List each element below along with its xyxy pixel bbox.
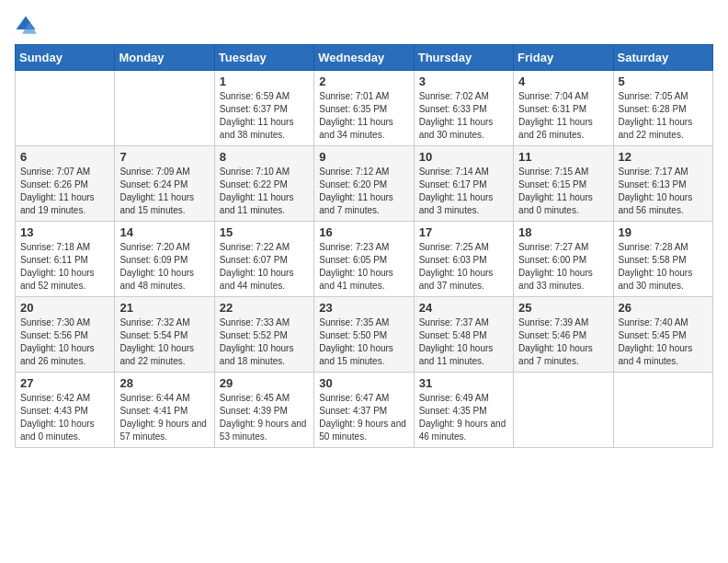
day-cell: 28Sunrise: 6:44 AMSunset: 4:41 PMDayligh… — [115, 373, 214, 448]
day-info: Sunrise: 7:02 AMSunset: 6:33 PMDaylight:… — [419, 90, 508, 142]
day-cell: 25Sunrise: 7:39 AMSunset: 5:46 PMDayligh… — [514, 297, 613, 373]
logo-icon — [15, 15, 37, 37]
day-info: Sunrise: 7:33 AMSunset: 5:52 PMDaylight:… — [220, 316, 309, 368]
day-number: 13 — [20, 225, 109, 239]
day-info: Sunrise: 7:14 AMSunset: 6:17 PMDaylight:… — [419, 166, 508, 217]
day-number: 10 — [419, 150, 508, 164]
day-info: Sunrise: 6:49 AMSunset: 4:35 PMDaylight:… — [419, 392, 508, 443]
day-info: Sunrise: 7:30 AMSunset: 5:56 PMDaylight:… — [20, 316, 109, 368]
day-info: Sunrise: 7:10 AMSunset: 6:22 PMDaylight:… — [220, 166, 309, 217]
day-number: 30 — [319, 376, 408, 390]
weekday-header-thursday: Thursday — [414, 45, 513, 71]
day-number: 25 — [518, 301, 608, 315]
day-info: Sunrise: 7:01 AMSunset: 6:35 PMDaylight:… — [319, 90, 408, 142]
day-number: 17 — [419, 225, 508, 239]
day-number: 16 — [319, 225, 408, 239]
day-number: 26 — [619, 301, 708, 315]
day-number: 28 — [119, 376, 209, 390]
logo — [15, 15, 40, 37]
day-number: 15 — [220, 225, 309, 239]
day-number: 12 — [619, 150, 708, 164]
day-cell — [613, 373, 712, 448]
day-number: 1 — [220, 75, 309, 88]
day-info: Sunrise: 7:18 AMSunset: 6:11 PMDaylight:… — [20, 241, 109, 293]
day-info: Sunrise: 7:15 AMSunset: 6:15 PMDaylight:… — [518, 166, 608, 217]
page-header — [15, 15, 713, 37]
day-info: Sunrise: 7:23 AMSunset: 6:05 PMDaylight:… — [319, 241, 408, 293]
day-cell: 8Sunrise: 7:10 AMSunset: 6:22 PMDaylight… — [214, 146, 313, 222]
week-row-5: 27Sunrise: 6:42 AMSunset: 4:43 PMDayligh… — [16, 373, 713, 448]
day-number: 27 — [20, 376, 109, 390]
day-info: Sunrise: 7:39 AMSunset: 5:46 PMDaylight:… — [518, 316, 608, 368]
day-info: Sunrise: 7:12 AMSunset: 6:20 PMDaylight:… — [319, 166, 408, 217]
day-cell: 10Sunrise: 7:14 AMSunset: 6:17 PMDayligh… — [414, 146, 513, 222]
day-cell: 6Sunrise: 7:07 AMSunset: 6:26 PMDaylight… — [16, 146, 115, 222]
day-number: 22 — [220, 301, 309, 315]
day-cell: 29Sunrise: 6:45 AMSunset: 4:39 PMDayligh… — [214, 373, 313, 448]
day-info: Sunrise: 7:32 AMSunset: 5:54 PMDaylight:… — [119, 316, 209, 368]
weekday-header-sunday: Sunday — [16, 45, 115, 71]
day-cell: 2Sunrise: 7:01 AMSunset: 6:35 PMDaylight… — [314, 71, 414, 146]
day-cell: 31Sunrise: 6:49 AMSunset: 4:35 PMDayligh… — [414, 373, 513, 448]
day-cell — [514, 373, 613, 448]
day-number: 6 — [20, 150, 109, 164]
day-cell: 23Sunrise: 7:35 AMSunset: 5:50 PMDayligh… — [314, 297, 414, 373]
day-cell: 7Sunrise: 7:09 AMSunset: 6:24 PMDaylight… — [115, 146, 214, 222]
day-cell: 15Sunrise: 7:22 AMSunset: 6:07 PMDayligh… — [214, 222, 313, 297]
day-number: 14 — [119, 225, 209, 239]
day-cell: 13Sunrise: 7:18 AMSunset: 6:11 PMDayligh… — [16, 222, 115, 297]
day-info: Sunrise: 6:59 AMSunset: 6:37 PMDaylight:… — [220, 90, 309, 142]
day-cell: 11Sunrise: 7:15 AMSunset: 6:15 PMDayligh… — [514, 146, 613, 222]
day-number: 9 — [319, 150, 408, 164]
day-number: 3 — [419, 75, 508, 88]
day-number: 8 — [220, 150, 309, 164]
day-cell: 17Sunrise: 7:25 AMSunset: 6:03 PMDayligh… — [414, 222, 513, 297]
weekday-header-saturday: Saturday — [613, 45, 712, 71]
day-cell: 1Sunrise: 6:59 AMSunset: 6:37 PMDaylight… — [214, 71, 313, 146]
day-number: 5 — [619, 75, 708, 88]
day-info: Sunrise: 7:27 AMSunset: 6:00 PMDaylight:… — [518, 241, 608, 293]
day-number: 4 — [518, 75, 608, 88]
day-number: 20 — [20, 301, 109, 315]
day-number: 21 — [119, 301, 209, 315]
week-row-2: 6Sunrise: 7:07 AMSunset: 6:26 PMDaylight… — [16, 146, 713, 222]
day-number: 7 — [119, 150, 209, 164]
day-info: Sunrise: 7:28 AMSunset: 5:58 PMDaylight:… — [619, 241, 708, 293]
weekday-header-tuesday: Tuesday — [214, 45, 313, 71]
day-cell — [16, 71, 115, 146]
day-number: 19 — [619, 225, 708, 239]
day-number: 18 — [518, 225, 608, 239]
day-number: 23 — [319, 301, 408, 315]
day-cell: 27Sunrise: 6:42 AMSunset: 4:43 PMDayligh… — [16, 373, 115, 448]
day-info: Sunrise: 7:17 AMSunset: 6:13 PMDaylight:… — [619, 166, 708, 217]
day-cell: 20Sunrise: 7:30 AMSunset: 5:56 PMDayligh… — [16, 297, 115, 373]
day-number: 29 — [220, 376, 309, 390]
day-number: 11 — [518, 150, 608, 164]
week-row-3: 13Sunrise: 7:18 AMSunset: 6:11 PMDayligh… — [16, 222, 713, 297]
day-cell: 12Sunrise: 7:17 AMSunset: 6:13 PMDayligh… — [613, 146, 712, 222]
day-cell: 9Sunrise: 7:12 AMSunset: 6:20 PMDaylight… — [314, 146, 414, 222]
day-info: Sunrise: 7:25 AMSunset: 6:03 PMDaylight:… — [419, 241, 508, 293]
day-number: 31 — [419, 376, 508, 390]
day-cell: 21Sunrise: 7:32 AMSunset: 5:54 PMDayligh… — [115, 297, 214, 373]
day-number: 2 — [319, 75, 408, 88]
day-info: Sunrise: 7:07 AMSunset: 6:26 PMDaylight:… — [20, 166, 109, 217]
day-info: Sunrise: 7:22 AMSunset: 6:07 PMDaylight:… — [220, 241, 309, 293]
day-info: Sunrise: 7:05 AMSunset: 6:28 PMDaylight:… — [619, 90, 708, 142]
weekday-header-monday: Monday — [115, 45, 214, 71]
day-cell: 24Sunrise: 7:37 AMSunset: 5:48 PMDayligh… — [414, 297, 513, 373]
week-row-1: 1Sunrise: 6:59 AMSunset: 6:37 PMDaylight… — [16, 71, 713, 146]
day-info: Sunrise: 7:37 AMSunset: 5:48 PMDaylight:… — [419, 316, 508, 368]
day-cell — [115, 71, 214, 146]
day-info: Sunrise: 6:45 AMSunset: 4:39 PMDaylight:… — [220, 392, 309, 443]
weekday-header-friday: Friday — [514, 45, 613, 71]
day-info: Sunrise: 7:04 AMSunset: 6:31 PMDaylight:… — [518, 90, 608, 142]
day-info: Sunrise: 7:09 AMSunset: 6:24 PMDaylight:… — [119, 166, 209, 217]
week-row-4: 20Sunrise: 7:30 AMSunset: 5:56 PMDayligh… — [16, 297, 713, 373]
weekday-header-row: SundayMondayTuesdayWednesdayThursdayFrid… — [16, 45, 713, 71]
day-cell: 3Sunrise: 7:02 AMSunset: 6:33 PMDaylight… — [414, 71, 513, 146]
day-info: Sunrise: 7:40 AMSunset: 5:45 PMDaylight:… — [619, 316, 708, 368]
day-info: Sunrise: 7:20 AMSunset: 6:09 PMDaylight:… — [119, 241, 209, 293]
day-cell: 22Sunrise: 7:33 AMSunset: 5:52 PMDayligh… — [214, 297, 313, 373]
day-cell: 14Sunrise: 7:20 AMSunset: 6:09 PMDayligh… — [115, 222, 214, 297]
